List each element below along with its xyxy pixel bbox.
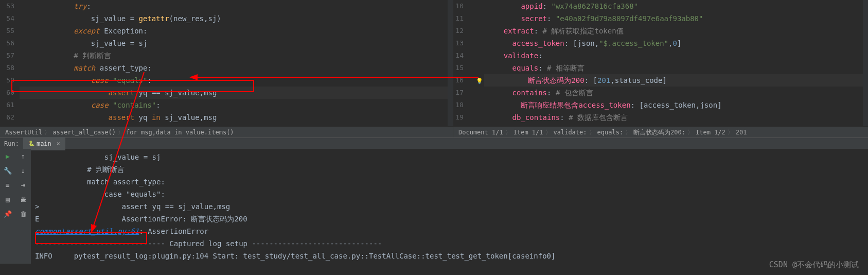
left-minimap[interactable]	[448, 0, 453, 126]
yaml-line-19[interactable]: db_contains: # 数据库包含断言	[484, 111, 868, 124]
run-toolbar-left: ▶ 🔧 ≡ ▤ 📌	[0, 149, 15, 264]
breadcrumb-item[interactable]: for msg,data in value.items()	[126, 129, 234, 136]
soft-wrap-icon[interactable]: ⇥	[18, 180, 28, 190]
right-code-area[interactable]: appid: "wx74a8627816cfa368" secret: "e40…	[484, 0, 868, 124]
up-arrow-icon[interactable]: ↑	[18, 151, 28, 161]
right-gutter: 10111213141516171819	[453, 0, 469, 124]
run-button[interactable]: ▶	[3, 151, 13, 161]
yaml-line-18[interactable]: 断言响应结果包含access_token: [access_token,json…	[484, 99, 868, 111]
code-line-54[interactable]: sj_value = getattr(new_res,sj)	[20, 12, 453, 25]
console-panel: ▶ 🔧 ≡ ▤ 📌 ↑ ↓ ⇥ 🖶 🗑 sj_value = sj # 判断断言…	[0, 149, 868, 264]
print-icon[interactable]: 🖶	[18, 194, 28, 204]
yaml-line-15[interactable]: equals: # 相等断言	[484, 62, 868, 74]
breadcrumb-item[interactable]: 201	[736, 129, 747, 136]
left-code-area[interactable]: try: sj_value = getattr(new_res,sj) exce…	[20, 0, 453, 124]
run-tab-main[interactable]: 🐍 main ×	[23, 137, 65, 150]
yaml-line-13[interactable]: access_token: [json,"$.access_token",0]	[484, 37, 868, 49]
breadcrumb-item[interactable]: Document 1/1	[458, 129, 503, 136]
code-line-62[interactable]: assert yq in sj_value,msg	[20, 111, 453, 124]
yaml-line-10[interactable]: appid: "wx74a8627816cfa368"	[484, 0, 868, 12]
breadcrumb-item[interactable]: Item 1/2	[696, 129, 725, 136]
close-icon[interactable]: ×	[57, 138, 60, 149]
trash-icon[interactable]: 🗑	[18, 209, 28, 219]
breadcrumb-item[interactable]: assert_all_case()	[52, 129, 116, 136]
code-line-55[interactable]: except Exception:	[20, 25, 453, 37]
yaml-line-12[interactable]: extract: # 解析获取指定token值	[484, 25, 868, 37]
layout-icon[interactable]: ≡	[3, 180, 13, 190]
code-line-60[interactable]: assert yq == sj_value,msg	[20, 87, 453, 99]
yaml-line-16[interactable]: 💡 断言状态码为200: [201,status_code]	[484, 74, 868, 87]
code-line-61[interactable]: case "contains":	[20, 99, 453, 111]
pin-icon[interactable]: 📌	[3, 209, 13, 219]
stacktrace-link[interactable]: common\assert_util.py	[35, 227, 126, 235]
run-toolbar-right: ↑ ↓ ⇥ 🖶 🗑	[15, 149, 31, 264]
down-arrow-icon[interactable]: ↓	[18, 165, 28, 176]
code-line-56[interactable]: sj_value = sj	[20, 37, 453, 49]
watermark: CSDN @不会代码的小测试	[769, 260, 859, 270]
run-tab-label: main	[37, 138, 51, 149]
left-code-editor[interactable]: 53545556575859606162 try: sj_value = get…	[0, 0, 453, 126]
yaml-line-17[interactable]: contains: # 包含断言	[484, 87, 868, 99]
console-output[interactable]: sj_value = sj # 判断断言 match assert_type: …	[31, 149, 868, 264]
right-breadcrumb[interactable]: Document 1/1〉Item 1/1〉validate:〉equals:〉…	[453, 126, 868, 138]
yaml-line-14[interactable]: validate:	[484, 49, 868, 62]
left-breadcrumb[interactable]: AssertUtil〉assert_all_case()〉for msg,dat…	[0, 126, 453, 138]
breadcrumb-item[interactable]: equals:	[597, 129, 624, 136]
breadcrumb-item[interactable]: Item 1/1	[513, 129, 543, 136]
breadcrumb-item[interactable]: AssertUtil	[5, 129, 42, 136]
code-line-58[interactable]: match assert_type:	[20, 62, 453, 74]
yaml-line-11[interactable]: secret: "e40a02f9d79a8097df497e6aaf93ab8…	[484, 12, 868, 25]
right-code-editor[interactable]: 10111213141516171819 appid: "wx74a862781…	[453, 0, 868, 126]
run-label: Run:	[0, 138, 23, 149]
wrench-icon[interactable]: 🔧	[3, 165, 13, 176]
right-minimap[interactable]	[863, 0, 868, 126]
breadcrumb-item[interactable]: 断言状态码为200:	[633, 129, 685, 136]
code-line-59[interactable]: case "equals":	[20, 74, 453, 87]
left-gutter: 53545556575859606162	[0, 0, 20, 124]
code-line-57[interactable]: # 判断断言	[20, 49, 453, 62]
run-tool-bar: Run: 🐍 main ×	[0, 138, 868, 149]
python-icon: 🐍	[28, 138, 34, 149]
breadcrumb-item[interactable]: validate:	[554, 129, 587, 136]
filter-icon[interactable]: ▤	[3, 194, 13, 204]
